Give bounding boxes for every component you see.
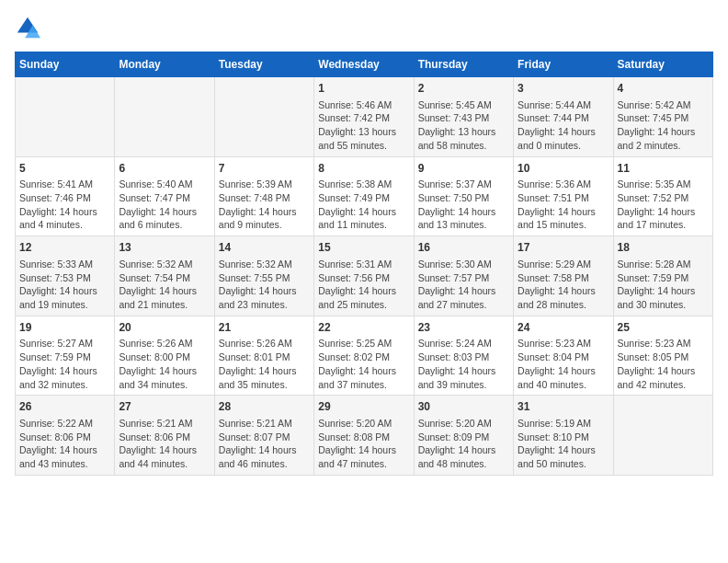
header-thursday: Thursday <box>414 52 513 77</box>
day-info: Sunrise: 5:26 AM Sunset: 8:00 PM Dayligh… <box>119 337 210 391</box>
day-info: Sunrise: 5:35 AM Sunset: 7:52 PM Dayligh… <box>618 178 709 232</box>
calendar-cell: 21Sunrise: 5:26 AM Sunset: 8:01 PM Dayli… <box>214 316 313 396</box>
calendar-cell: 3Sunrise: 5:44 AM Sunset: 7:44 PM Daylig… <box>514 77 613 157</box>
day-number: 15 <box>318 240 409 256</box>
calendar-cell: 31Sunrise: 5:19 AM Sunset: 8:10 PM Dayli… <box>514 396 613 476</box>
day-number: 30 <box>418 399 509 415</box>
day-number: 31 <box>518 399 609 415</box>
header-sunday: Sunday <box>16 52 115 77</box>
day-number: 25 <box>618 320 709 336</box>
day-info: Sunrise: 5:21 AM Sunset: 8:07 PM Dayligh… <box>219 417 310 471</box>
calendar-week-row: 26Sunrise: 5:22 AM Sunset: 8:06 PM Dayli… <box>16 396 713 476</box>
calendar-cell: 27Sunrise: 5:21 AM Sunset: 8:06 PM Dayli… <box>115 396 214 476</box>
header-friday: Friday <box>514 52 613 77</box>
day-info: Sunrise: 5:30 AM Sunset: 7:57 PM Dayligh… <box>418 258 509 312</box>
day-number: 29 <box>318 399 409 415</box>
day-number: 12 <box>19 240 110 256</box>
day-number: 16 <box>418 240 509 256</box>
day-number: 24 <box>518 320 609 336</box>
day-number: 2 <box>418 81 509 97</box>
day-info: Sunrise: 5:40 AM Sunset: 7:47 PM Dayligh… <box>119 178 210 232</box>
calendar-cell: 5Sunrise: 5:41 AM Sunset: 7:46 PM Daylig… <box>16 156 115 236</box>
day-info: Sunrise: 5:45 AM Sunset: 7:43 PM Dayligh… <box>418 98 509 153</box>
day-info: Sunrise: 5:33 AM Sunset: 7:53 PM Dayligh… <box>19 258 110 312</box>
calendar-cell: 2Sunrise: 5:45 AM Sunset: 7:43 PM Daylig… <box>414 77 513 157</box>
day-info: Sunrise: 5:22 AM Sunset: 8:06 PM Dayligh… <box>19 417 110 471</box>
day-number: 8 <box>318 161 409 177</box>
calendar-cell: 19Sunrise: 5:27 AM Sunset: 7:59 PM Dayli… <box>16 316 115 396</box>
day-info: Sunrise: 5:37 AM Sunset: 7:50 PM Dayligh… <box>418 178 509 232</box>
calendar-week-row: 1Sunrise: 5:46 AM Sunset: 7:42 PM Daylig… <box>16 77 713 157</box>
calendar-cell <box>115 77 214 157</box>
calendar-cell: 28Sunrise: 5:21 AM Sunset: 8:07 PM Dayli… <box>214 396 313 476</box>
day-number: 9 <box>418 161 509 177</box>
day-number: 14 <box>219 240 310 256</box>
calendar-cell: 30Sunrise: 5:20 AM Sunset: 8:09 PM Dayli… <box>414 396 513 476</box>
calendar-cell: 14Sunrise: 5:32 AM Sunset: 7:55 PM Dayli… <box>214 236 313 316</box>
day-number: 5 <box>19 161 110 177</box>
day-info: Sunrise: 5:21 AM Sunset: 8:06 PM Dayligh… <box>119 417 210 471</box>
day-number: 3 <box>518 81 609 97</box>
logo <box>15 15 44 40</box>
calendar-cell: 13Sunrise: 5:32 AM Sunset: 7:54 PM Dayli… <box>115 236 214 316</box>
calendar-cell: 29Sunrise: 5:20 AM Sunset: 8:08 PM Dayli… <box>314 396 414 476</box>
calendar-cell: 1Sunrise: 5:46 AM Sunset: 7:42 PM Daylig… <box>314 77 414 157</box>
day-info: Sunrise: 5:19 AM Sunset: 8:10 PM Dayligh… <box>518 417 609 471</box>
header-wednesday: Wednesday <box>314 52 414 77</box>
calendar-cell: 24Sunrise: 5:23 AM Sunset: 8:04 PM Dayli… <box>514 316 613 396</box>
calendar-cell: 17Sunrise: 5:29 AM Sunset: 7:58 PM Dayli… <box>514 236 613 316</box>
day-info: Sunrise: 5:39 AM Sunset: 7:48 PM Dayligh… <box>219 178 310 232</box>
calendar-cell: 9Sunrise: 5:37 AM Sunset: 7:50 PM Daylig… <box>414 156 513 236</box>
calendar-cell: 12Sunrise: 5:33 AM Sunset: 7:53 PM Dayli… <box>16 236 115 316</box>
day-info: Sunrise: 5:27 AM Sunset: 7:59 PM Dayligh… <box>19 337 110 391</box>
calendar-cell: 15Sunrise: 5:31 AM Sunset: 7:56 PM Dayli… <box>314 236 414 316</box>
day-number: 6 <box>119 161 210 177</box>
calendar-cell: 18Sunrise: 5:28 AM Sunset: 7:59 PM Dayli… <box>613 236 712 316</box>
day-info: Sunrise: 5:41 AM Sunset: 7:46 PM Dayligh… <box>19 178 110 232</box>
calendar-cell: 6Sunrise: 5:40 AM Sunset: 7:47 PM Daylig… <box>115 156 214 236</box>
day-number: 18 <box>618 240 709 256</box>
day-number: 23 <box>418 320 509 336</box>
calendar-table: SundayMondayTuesdayWednesdayThursdayFrid… <box>15 52 713 476</box>
day-info: Sunrise: 5:46 AM Sunset: 7:42 PM Dayligh… <box>318 98 409 153</box>
day-info: Sunrise: 5:20 AM Sunset: 8:09 PM Dayligh… <box>418 417 509 471</box>
day-info: Sunrise: 5:36 AM Sunset: 7:51 PM Dayligh… <box>518 178 609 232</box>
header <box>15 15 713 40</box>
day-info: Sunrise: 5:38 AM Sunset: 7:49 PM Dayligh… <box>318 178 409 232</box>
day-info: Sunrise: 5:31 AM Sunset: 7:56 PM Dayligh… <box>318 258 409 312</box>
day-info: Sunrise: 5:20 AM Sunset: 8:08 PM Dayligh… <box>318 417 409 471</box>
day-info: Sunrise: 5:23 AM Sunset: 8:04 PM Dayligh… <box>518 337 609 391</box>
day-number: 7 <box>219 161 310 177</box>
day-info: Sunrise: 5:32 AM Sunset: 7:55 PM Dayligh… <box>219 258 310 312</box>
day-info: Sunrise: 5:29 AM Sunset: 7:58 PM Dayligh… <box>518 258 609 312</box>
calendar-week-row: 5Sunrise: 5:41 AM Sunset: 7:46 PM Daylig… <box>16 156 713 236</box>
calendar-week-row: 19Sunrise: 5:27 AM Sunset: 7:59 PM Dayli… <box>16 316 713 396</box>
calendar-cell: 8Sunrise: 5:38 AM Sunset: 7:49 PM Daylig… <box>314 156 414 236</box>
day-number: 28 <box>219 399 310 415</box>
header-saturday: Saturday <box>613 52 712 77</box>
day-number: 13 <box>119 240 210 256</box>
calendar-cell <box>214 77 313 157</box>
day-number: 26 <box>19 399 110 415</box>
day-number: 11 <box>618 161 709 177</box>
day-number: 17 <box>518 240 609 256</box>
calendar-cell: 25Sunrise: 5:23 AM Sunset: 8:05 PM Dayli… <box>613 316 712 396</box>
day-number: 4 <box>618 81 709 97</box>
day-info: Sunrise: 5:32 AM Sunset: 7:54 PM Dayligh… <box>119 258 210 312</box>
calendar-cell: 11Sunrise: 5:35 AM Sunset: 7:52 PM Dayli… <box>613 156 712 236</box>
calendar-week-row: 12Sunrise: 5:33 AM Sunset: 7:53 PM Dayli… <box>16 236 713 316</box>
calendar-cell: 22Sunrise: 5:25 AM Sunset: 8:02 PM Dayli… <box>314 316 414 396</box>
day-number: 1 <box>318 81 409 97</box>
calendar-header-row: SundayMondayTuesdayWednesdayThursdayFrid… <box>16 52 713 77</box>
day-info: Sunrise: 5:26 AM Sunset: 8:01 PM Dayligh… <box>219 337 310 391</box>
day-number: 20 <box>119 320 210 336</box>
calendar-cell: 7Sunrise: 5:39 AM Sunset: 7:48 PM Daylig… <box>214 156 313 236</box>
day-info: Sunrise: 5:25 AM Sunset: 8:02 PM Dayligh… <box>318 337 409 391</box>
day-info: Sunrise: 5:28 AM Sunset: 7:59 PM Dayligh… <box>618 258 709 312</box>
day-info: Sunrise: 5:42 AM Sunset: 7:45 PM Dayligh… <box>618 98 709 153</box>
header-monday: Monday <box>115 52 214 77</box>
day-number: 22 <box>318 320 409 336</box>
calendar-cell <box>613 396 712 476</box>
day-number: 19 <box>19 320 110 336</box>
calendar-cell: 23Sunrise: 5:24 AM Sunset: 8:03 PM Dayli… <box>414 316 513 396</box>
